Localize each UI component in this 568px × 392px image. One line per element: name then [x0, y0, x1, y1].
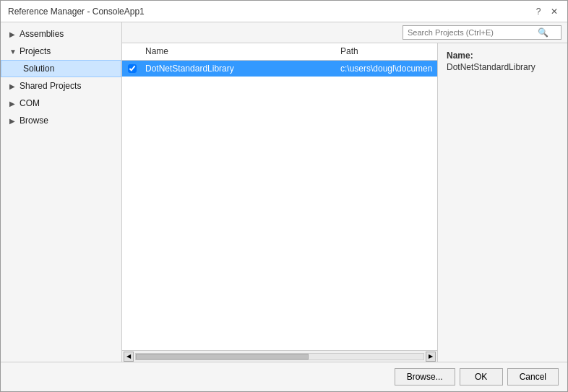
scroll-right-button[interactable]: ▶	[426, 352, 436, 362]
sidebar-item-browse[interactable]: ▶ Browse	[1, 112, 121, 129]
ok-button[interactable]: OK	[460, 368, 503, 386]
title-bar: Reference Manager - ConsoleApp1 ? ✕	[1, 1, 567, 22]
right-panel: Name: DotNetStandardLibrary	[437, 43, 567, 362]
scroll-thumb	[136, 354, 309, 360]
cell-check	[122, 64, 142, 73]
table-header: Name Path	[122, 43, 437, 61]
sidebar-label-shared-projects: Shared Projects	[20, 81, 81, 91]
name-label: Name:	[447, 51, 559, 61]
browse-button[interactable]: Browse...	[395, 368, 455, 386]
main-area: 🔍 Name Path D	[122, 22, 567, 362]
sidebar-label-browse: Browse	[20, 116, 48, 126]
sidebar-label-assemblies: Assemblies	[20, 29, 64, 39]
search-input[interactable]	[408, 28, 538, 37]
arrow-icon-shared: ▶	[9, 82, 17, 90]
dialog-title: Reference Manager - ConsoleApp1	[8, 6, 145, 17]
sidebar-item-com[interactable]: ▶ COM	[1, 95, 121, 112]
sidebar-label-com: COM	[20, 98, 40, 108]
footer: Browse... OK Cancel	[1, 362, 567, 391]
cancel-button[interactable]: Cancel	[507, 368, 559, 386]
col-header-path: Path	[337, 46, 437, 57]
arrow-icon-browse: ▶	[9, 117, 17, 125]
horizontal-scrollbar: ◀ ▶	[122, 350, 437, 362]
arrow-icon: ▶	[9, 30, 17, 38]
content-area: ▶ Assemblies ▼ Projects Solution ▶ Share…	[1, 22, 567, 362]
dialog: Reference Manager - ConsoleApp1 ? ✕ ▶ As…	[0, 0, 568, 392]
table-area: Name Path DotNetStandardLibrary c:\users…	[122, 43, 437, 362]
sidebar: ▶ Assemblies ▼ Projects Solution ▶ Share…	[1, 22, 122, 362]
sidebar-label-projects: Projects	[20, 46, 51, 56]
row-checkbox[interactable]	[128, 64, 137, 73]
cell-name: DotNetStandardLibrary	[142, 64, 337, 74]
sidebar-item-shared-projects[interactable]: ▶ Shared Projects	[1, 77, 121, 95]
col-header-name: Name	[142, 46, 337, 57]
name-value: DotNetStandardLibrary	[447, 62, 559, 72]
scroll-track[interactable]	[135, 353, 424, 360]
sidebar-item-solution[interactable]: Solution	[1, 60, 121, 77]
col-header-check	[122, 46, 142, 57]
toolbar: 🔍	[122, 22, 567, 43]
table-body: DotNetStandardLibrary c:\users\dougl\doc…	[122, 61, 437, 350]
search-box: 🔍	[403, 25, 561, 40]
table-and-panel: Name Path DotNetStandardLibrary c:\users…	[122, 43, 567, 362]
search-icon: 🔍	[538, 27, 548, 38]
cell-path: c:\users\dougl\documen	[337, 64, 437, 74]
close-button[interactable]: ✕	[548, 6, 560, 17]
sidebar-label-solution: Solution	[23, 64, 54, 74]
sidebar-item-projects[interactable]: ▼ Projects	[1, 43, 121, 60]
arrow-icon-projects: ▼	[9, 48, 17, 56]
help-button[interactable]: ?	[533, 6, 544, 17]
title-bar-controls: ? ✕	[533, 6, 560, 17]
sidebar-item-assemblies[interactable]: ▶ Assemblies	[1, 25, 121, 43]
arrow-icon-com: ▶	[9, 100, 17, 108]
scroll-left-button[interactable]: ◀	[124, 352, 134, 362]
table-row[interactable]: DotNetStandardLibrary c:\users\dougl\doc…	[122, 61, 437, 77]
